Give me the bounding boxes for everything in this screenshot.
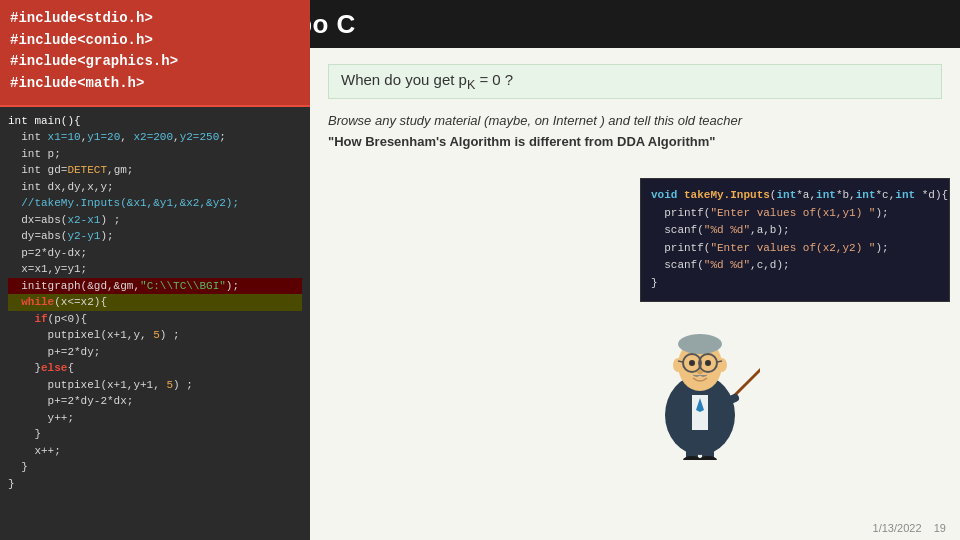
left-panel: #include<stdio.h> #include<conio.h> #inc… <box>0 0 310 540</box>
instruction-text: Browse any study material (maybe, on Int… <box>328 111 942 153</box>
code-line: } <box>8 476 302 493</box>
instruction-line1: Browse any study material (maybe, on Int… <box>328 113 742 128</box>
include-line-2: #include<conio.h> <box>10 30 300 52</box>
svg-point-6 <box>717 358 727 372</box>
subscript-k: K <box>467 78 475 92</box>
svg-point-12 <box>689 360 695 366</box>
code-line: putpixel(x+1,y, 5) ; <box>8 327 302 344</box>
code-line: //takeMy.Inputs(&x1,&y1,&x2,&y2); <box>8 195 302 212</box>
teacher-svg <box>640 300 760 460</box>
main-content: When do you get pK = 0 ? Browse any stud… <box>310 48 960 540</box>
code-line: int gd=DETECT,gm; <box>8 162 302 179</box>
svg-point-13 <box>705 360 711 366</box>
rc-line-4: scanf("%d %d",c,d); <box>651 257 939 275</box>
code-line: int dx,dy,x,y; <box>8 179 302 196</box>
code-line: while(x<=x2){ <box>8 294 302 311</box>
svg-point-19 <box>683 456 701 460</box>
svg-point-5 <box>673 358 683 372</box>
code-line: putpixel(x+1,y+1, 5) ; <box>8 377 302 394</box>
svg-line-15 <box>730 360 760 400</box>
include-header: #include<stdio.h> #include<conio.h> #inc… <box>0 0 310 107</box>
svg-point-4 <box>678 334 722 354</box>
code-line: } <box>8 426 302 443</box>
footer-page: 19 <box>934 522 946 534</box>
question-box: When do you get pK = 0 ? <box>328 64 942 99</box>
rc-line-1: printf("Enter values of(x1,y1) "); <box>651 205 939 223</box>
code-line: int x1=10,y1=20, x2=200,y2=250; <box>8 129 302 146</box>
code-line: if(p<0){ <box>8 311 302 328</box>
footer-date: 1/13/2022 <box>873 522 922 534</box>
code-line: dy=abs(y2-y1); <box>8 228 302 245</box>
code-line: p+=2*dy; <box>8 344 302 361</box>
code-line: y++; <box>8 410 302 427</box>
code-line: dx=abs(x2-x1) ; <box>8 212 302 229</box>
code-line: int p; <box>8 146 302 163</box>
code-line: int main(){ <box>8 113 302 130</box>
instruction-line2: "How Bresenham's Algorithm is different … <box>328 134 715 149</box>
code-line: x++; <box>8 443 302 460</box>
code-line: p=2*dy-dx; <box>8 245 302 262</box>
svg-point-14 <box>697 370 703 374</box>
code-line: initgraph(&gd,&gm,"C:\\TC\\BGI"); <box>8 278 302 295</box>
svg-point-20 <box>699 456 717 460</box>
right-code-panel: void takeMy.Inputs(int*a,int*b,int*c,int… <box>640 178 950 302</box>
code-line: x=x1,y=y1; <box>8 261 302 278</box>
rc-line-3: printf("Enter values of(x2,y2) "); <box>651 240 939 258</box>
include-line-1: #include<stdio.h> <box>10 8 300 30</box>
include-line-4: #include<math.h> <box>10 73 300 95</box>
rc-signature: void takeMy.Inputs(int*a,int*b,int*c,int… <box>651 187 939 205</box>
code-area: int main(){ int x1=10,y1=20, x2=200,y2=2… <box>0 107 310 499</box>
svg-line-11 <box>717 361 722 362</box>
teacher-figure <box>640 300 760 460</box>
footer: 1/13/2022 19 <box>873 522 946 534</box>
code-line: }else{ <box>8 360 302 377</box>
svg-line-10 <box>678 361 683 362</box>
code-line: p+=2*dy-2*dx; <box>8 393 302 410</box>
rc-line-5: } <box>651 275 939 293</box>
include-line-3: #include<graphics.h> <box>10 51 300 73</box>
rc-line-2: scanf("%d %d",a,b); <box>651 222 939 240</box>
question-text: When do you get pK = 0 ? <box>341 71 513 88</box>
code-line: } <box>8 459 302 476</box>
